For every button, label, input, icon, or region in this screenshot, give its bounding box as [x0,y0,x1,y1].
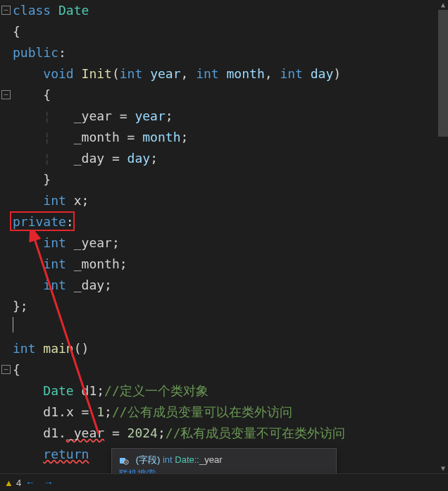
scrollbar-vertical[interactable]: ▲ ▼ [438,0,448,473]
comment: //私有成员变量不可在类外访问 [166,425,346,440]
comment: //定义一个类对象 [104,383,209,398]
online-search-link[interactable]: 联机搜索 [119,468,156,473]
intellisense-tooltip: (字段) int Date::_year 联机搜索 [111,448,337,473]
fold-toggle[interactable]: − [1,365,11,374]
method-init: Init [82,66,112,81]
comment: //公有成员变量可以在类外访问 [112,404,292,419]
function-main: main [43,341,73,356]
keyword-class: class [13,3,51,18]
nav-next-button[interactable]: → [44,477,54,488]
gutter: − − − [0,0,13,473]
svg-rect-3 [125,461,126,462]
warning-count[interactable]: 4 [16,478,21,488]
code-editor[interactable]: − − − class Date { public: void Init(int… [0,0,448,473]
code-area[interactable]: class Date { public: void Init(int year,… [13,0,448,465]
scrollbar-thumb[interactable] [438,10,448,137]
tooltip-kind: (字段) [136,454,161,465]
nav-prev-button[interactable]: ← [25,477,35,488]
error-member[interactable]: _year [66,425,104,440]
scroll-up-arrow[interactable]: ▲ [438,0,448,10]
scroll-down-arrow[interactable]: ▼ [438,464,448,473]
class-name: Date [58,3,89,18]
keyword-private: private [13,214,66,229]
fold-toggle[interactable]: − [1,90,11,99]
keyword-public: public [13,45,58,60]
status-bar: ▲ 4 ← → [0,473,448,491]
field-icon [119,456,129,466]
fold-toggle[interactable]: − [1,6,11,15]
warning-icon[interactable]: ▲ [4,478,13,488]
